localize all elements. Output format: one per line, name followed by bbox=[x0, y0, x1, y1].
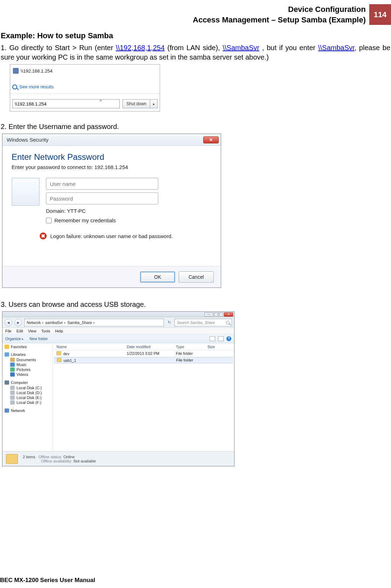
doc-label: Documents bbox=[16, 358, 36, 362]
col-type[interactable]: Type bbox=[176, 345, 207, 349]
status-k2: Offline availability: bbox=[41, 459, 72, 463]
file-list-area: Name Date modified Type Size dev 1/22/20… bbox=[53, 343, 234, 451]
sidebar-network[interactable]: Network bbox=[5, 408, 53, 413]
link-ip[interactable]: \\192,168,1,254 bbox=[116, 44, 165, 52]
cancel-button[interactable]: Cancel bbox=[179, 271, 214, 283]
sidebar-computer[interactable]: Computer bbox=[5, 380, 53, 385]
breadcrumb-sep-icon: ▸ bbox=[64, 321, 66, 324]
menu-view[interactable]: View bbox=[28, 329, 37, 333]
error-text: Logon failure: unknown user name or bad … bbox=[50, 233, 173, 239]
explorer-sidebar: Favorites Libraries Documents Music Pict… bbox=[2, 343, 53, 451]
step-1: 1. Go directly to Start > Run (enter \\1… bbox=[1, 43, 390, 111]
disk-icon bbox=[10, 396, 15, 400]
error-icon: ✖ bbox=[40, 232, 47, 239]
search-result-item[interactable]: \\192.168.1.254 bbox=[13, 68, 52, 74]
nav-back-button[interactable]: ◄ bbox=[5, 319, 12, 326]
breadcrumb-share[interactable]: Samba_Share bbox=[67, 320, 92, 325]
breadcrumb-bar[interactable]: Network▸ sambaSvr▸ Samba_Share▸ bbox=[24, 319, 164, 326]
sidebar-pictures[interactable]: Pictures bbox=[5, 367, 53, 372]
newfolder-button[interactable]: New folder bbox=[29, 337, 48, 341]
sidebar-disk-d[interactable]: Local Disk (D:) bbox=[5, 390, 53, 395]
col-size[interactable]: Size bbox=[207, 345, 232, 349]
menu-file[interactable]: File bbox=[5, 329, 12, 333]
view-icon[interactable] bbox=[210, 336, 215, 341]
breadcrumb-root[interactable]: Network bbox=[27, 320, 41, 325]
refresh-button[interactable]: ↻ bbox=[166, 320, 172, 325]
window-frame[interactable]: — ▢ ✕ bbox=[2, 312, 234, 317]
remember-checkbox[interactable] bbox=[46, 218, 52, 223]
folder-icon bbox=[57, 351, 61, 355]
videos-icon bbox=[10, 372, 15, 377]
see-more-results[interactable]: See more results bbox=[12, 84, 54, 89]
shutdown-button[interactable]: Shut down bbox=[122, 99, 150, 108]
sidebar-favorites[interactable]: Favorites bbox=[5, 345, 53, 349]
col-date[interactable]: Date modified bbox=[127, 345, 176, 349]
menu-tools[interactable]: Tools bbox=[41, 329, 50, 333]
dialog-title: Windows Security bbox=[7, 137, 48, 143]
step1-mid2: , but if you enter bbox=[259, 44, 318, 52]
column-headers[interactable]: Name Date modified Type Size bbox=[53, 343, 234, 350]
col-name[interactable]: Name bbox=[57, 345, 127, 349]
libraries-label: Libraries bbox=[11, 352, 26, 357]
clear-input-icon[interactable]: × bbox=[99, 98, 102, 103]
help-icon[interactable]: ? bbox=[226, 336, 231, 341]
window-close-button[interactable]: ✕ bbox=[224, 312, 233, 317]
domain-label: Domain: YTT-PC bbox=[46, 208, 212, 214]
user-avatar-icon bbox=[12, 178, 40, 206]
address-bar-row: ◄ ► Network▸ sambaSvr▸ Samba_Share▸ ↻ Se… bbox=[2, 317, 234, 328]
dialog-buttons: OK Cancel bbox=[2, 266, 221, 288]
username-input[interactable] bbox=[46, 178, 158, 190]
sidebar-videos[interactable]: Videos bbox=[5, 372, 53, 377]
link-sambasvr-2[interactable]: \\SambaSvr bbox=[318, 44, 354, 52]
sidebar-disk-e[interactable]: Local Disk (E:) bbox=[5, 395, 53, 400]
pictures-label: Pictures bbox=[16, 367, 31, 372]
chevron-right-icon: ▸ bbox=[153, 102, 155, 106]
minimize-button[interactable]: — bbox=[204, 312, 213, 317]
star-icon bbox=[5, 345, 9, 349]
sidebar-documents[interactable]: Documents bbox=[5, 357, 53, 362]
folder-icon bbox=[6, 454, 18, 464]
step-2: 2. Enter the Username and password. Wind… bbox=[1, 122, 390, 288]
dialog-heading: Enter Network Password bbox=[12, 152, 212, 162]
close-button[interactable]: ✕ bbox=[203, 136, 219, 143]
status-v2: Not available bbox=[73, 459, 96, 463]
shutdown-split-button[interactable]: Shut down ▸ bbox=[122, 99, 158, 108]
remember-label: Remember my credentials bbox=[54, 217, 116, 223]
remember-credentials[interactable]: Remember my credentials bbox=[46, 217, 212, 223]
dialog-titlebar[interactable]: Windows Security ✕ bbox=[2, 134, 221, 146]
list-item[interactable]: dev 1/22/2013 3:02 PM File folder bbox=[53, 350, 234, 357]
page-header: Device Configuration Access Management –… bbox=[0, 4, 391, 25]
library-icon bbox=[5, 352, 9, 357]
sidebar-music[interactable]: Music bbox=[5, 362, 53, 367]
preview-pane-icon[interactable] bbox=[218, 336, 224, 341]
breadcrumb-server[interactable]: sambaSvr bbox=[45, 320, 63, 325]
list-item[interactable]: usb1_1 File folder bbox=[54, 357, 233, 363]
link-sambasvr-1[interactable]: \\SambaSvr bbox=[223, 44, 259, 52]
start-search-input[interactable] bbox=[12, 99, 120, 108]
shutdown-options-button[interactable]: ▸ bbox=[150, 99, 158, 108]
sidebar-disk-f[interactable]: Local Disk (F:) bbox=[5, 400, 53, 405]
search-result-label: \\192.168.1.254 bbox=[21, 68, 52, 74]
figure-start-run-search: \\192.168.1.254 See more results × Shut … bbox=[10, 64, 160, 111]
explorer-search-input[interactable]: Search Samba_Share bbox=[174, 319, 232, 326]
ok-button[interactable]: OK bbox=[140, 271, 175, 283]
page-number-badge: 114 bbox=[369, 4, 391, 25]
see-more-label: See more results bbox=[19, 84, 54, 89]
item-date: 1/22/2013 3:02 PM bbox=[127, 351, 176, 356]
divider bbox=[10, 93, 160, 94]
header-line2: Access Management – Setup Samba (Example… bbox=[193, 15, 366, 25]
sidebar-libraries[interactable]: Libraries bbox=[5, 352, 53, 357]
nav-forward-button[interactable]: ► bbox=[14, 319, 22, 326]
disk-label: Local Disk (E:) bbox=[16, 396, 42, 400]
maximize-button[interactable]: ▢ bbox=[214, 312, 223, 317]
search-icon bbox=[12, 85, 17, 89]
documents-icon bbox=[10, 358, 15, 362]
status-count: 2 items bbox=[23, 455, 35, 459]
password-input[interactable] bbox=[46, 192, 158, 204]
menu-edit[interactable]: Edit bbox=[16, 329, 23, 333]
status-k1: Offline status: bbox=[39, 455, 62, 459]
disk-label: Local Disk (F:) bbox=[16, 400, 41, 405]
menu-help[interactable]: Help bbox=[55, 329, 63, 333]
sidebar-disk-c[interactable]: Local Disk (C:) bbox=[5, 385, 53, 390]
organize-button[interactable]: Organize bbox=[5, 337, 23, 341]
